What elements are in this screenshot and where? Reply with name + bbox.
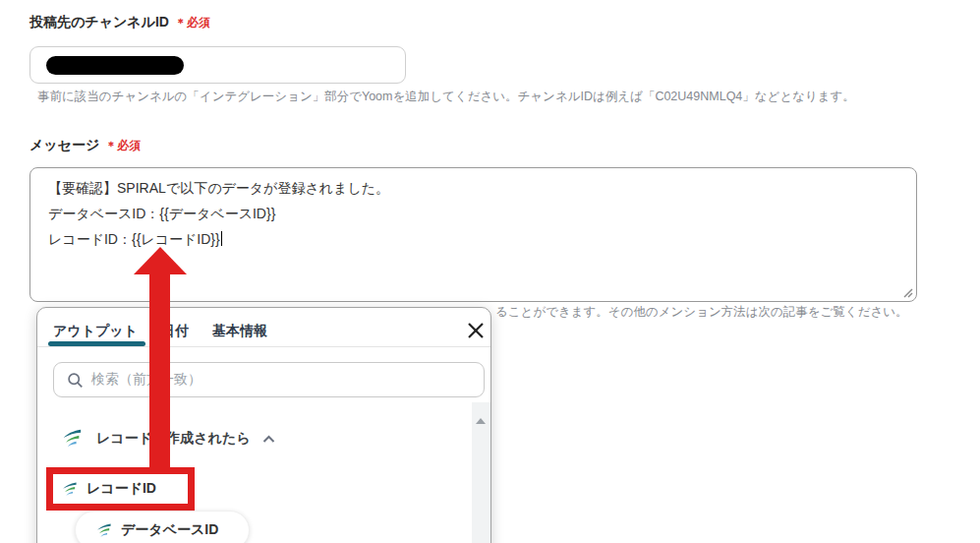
spiral-app-icon [61, 428, 83, 450]
list-item-database-id[interactable]: データベースID [75, 511, 250, 543]
chevron-up-icon[interactable] [262, 435, 275, 444]
message-field-label-text: メッセージ [29, 137, 99, 152]
list-item-label: レコードID [86, 480, 156, 498]
close-icon[interactable] [466, 321, 486, 340]
spiral-app-icon [61, 481, 78, 498]
scroll-up-icon[interactable] [476, 418, 486, 424]
message-textarea[interactable]: 【要確認】SPIRALで以下のデータが登録されました。 データベースID：{{デ… [29, 167, 917, 302]
tab-output[interactable]: アウトプット [53, 323, 138, 340]
output-picker-popup: アウトプット 日付 基本情報 検索（前方一致） レコードが作成されたら [36, 307, 491, 543]
search-input[interactable]: 検索（前方一致） [53, 362, 485, 397]
tabs-divider [37, 346, 490, 347]
message-help-text: ることができます。その他のメンション方法は次の記事をご覧ください。 [495, 304, 908, 321]
popup-scrollbar[interactable] [472, 402, 490, 543]
text-cursor [221, 231, 223, 246]
required-badge: ＊必須 [175, 16, 210, 30]
message-line: 【要確認】SPIRALで以下のデータが登録されました。 [48, 175, 898, 201]
spiral-app-icon [95, 522, 112, 539]
redacted-value-pill [46, 56, 184, 75]
required-badge: ＊必須 [105, 139, 141, 152]
tab-basic-info[interactable]: 基本情報 [212, 323, 267, 340]
output-group-label: レコードが作成されたら [96, 430, 251, 448]
channel-id-input[interactable] [29, 46, 406, 84]
output-group-header[interactable]: レコードが作成されたら [61, 428, 275, 450]
channel-field-label: 投稿先のチャンネルID＊必須 [29, 14, 210, 31]
resize-handle-icon[interactable] [902, 287, 913, 298]
active-tab-indicator [48, 341, 145, 346]
search-icon [67, 372, 84, 389]
search-placeholder: 検索（前方一致） [91, 371, 202, 389]
tab-date[interactable]: 日付 [161, 323, 189, 340]
message-line: レコードID：{{レコードID}} [48, 226, 898, 252]
channel-field-label-text: 投稿先のチャンネルID [29, 14, 169, 30]
list-item-label: データベースID [121, 521, 218, 539]
channel-help-text: 事前に該当のチャンネルの「インテグレーション」部分でYoomを追加してください。… [37, 89, 855, 105]
app-screen: 投稿先のチャンネルID＊必須 事前に該当のチャンネルの「インテグレーション」部分… [0, 0, 980, 543]
list-item-record-id[interactable]: レコードID [46, 467, 195, 511]
message-field-label: メッセージ＊必須 [29, 137, 141, 154]
message-line: データベースID：{{データベースID}} [48, 201, 898, 226]
